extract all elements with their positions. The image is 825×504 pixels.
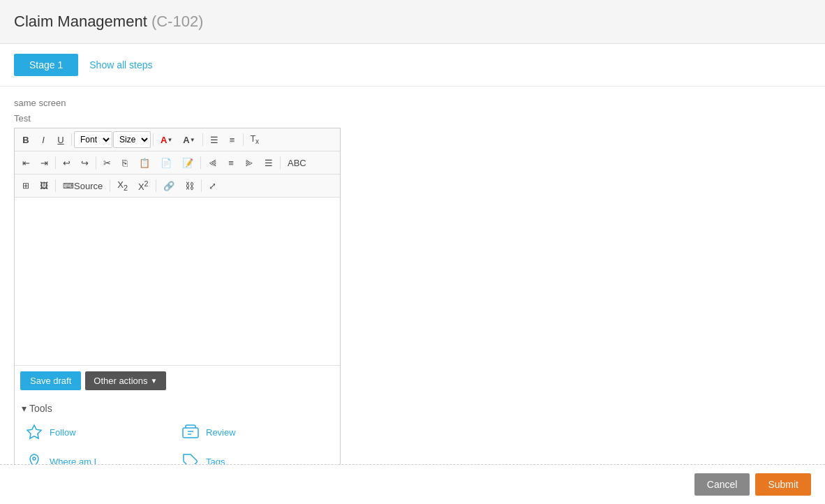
toolbar-row-2: ⇤ ⇥ ↩ ↪ ✂ ⎘ 📋 📄 📝 ⫷ ≡ ⫸ ☰ ABC xyxy=(15,151,340,175)
toolbar-row-3: ⊞ 🖼 ⌨ Source X2 X2 🔗 ⛓ ⤢ xyxy=(15,175,340,198)
sep3 xyxy=(202,133,203,146)
ordered-list-icon: ≡ xyxy=(230,135,235,145)
paste-word-icon: 📝 xyxy=(182,158,193,168)
subscript-icon: X2 xyxy=(117,179,128,192)
highlight-button[interactable]: A ▼ xyxy=(178,131,200,148)
show-steps-link[interactable]: Show all steps xyxy=(89,59,152,71)
copy-button[interactable]: ⎘ xyxy=(117,154,133,171)
unlink-button[interactable]: ⛓ xyxy=(180,177,199,194)
follow-label: Follow xyxy=(50,427,76,438)
source-button[interactable]: ⌨ Source xyxy=(58,177,107,194)
align-left-button[interactable]: ⫷ xyxy=(203,154,222,171)
page-title: Claim Management (C-102) xyxy=(14,13,811,31)
sep8 xyxy=(280,156,281,169)
editor-container: B I U Font Size A ▼ A ▼ ☰ xyxy=(14,128,341,504)
maximize-button[interactable]: ⤢ xyxy=(204,177,221,194)
review-icon xyxy=(181,422,200,442)
unordered-list-button[interactable]: ☰ xyxy=(205,131,223,148)
toolbar-row-1: B I U Font Size A ▼ A ▼ ☰ xyxy=(15,128,340,151)
sep9 xyxy=(55,179,56,192)
paste-text-icon: 📄 xyxy=(161,158,172,168)
source-label: Source xyxy=(74,181,103,191)
font-color-button[interactable]: A ▼ xyxy=(156,131,177,148)
stage-bar: Stage 1 Show all steps xyxy=(0,44,825,87)
tools-collapse-icon[interactable]: ▾ xyxy=(22,403,27,414)
undo-icon: ↩ xyxy=(63,158,70,168)
redo-button[interactable]: ↪ xyxy=(76,154,94,171)
bold-button[interactable]: B xyxy=(17,131,34,148)
paste-text-button[interactable]: 📄 xyxy=(156,154,177,171)
same-screen-label: same screen xyxy=(14,98,811,108)
save-draft-button[interactable]: Save draft xyxy=(20,371,81,390)
chevron-down-icon: ▼ xyxy=(167,137,172,143)
image-button[interactable]: 🖼 xyxy=(35,177,53,194)
sep10 xyxy=(110,179,110,192)
size-select[interactable]: Size xyxy=(113,131,151,148)
superscript-button[interactable]: X2 xyxy=(133,177,154,194)
image-icon: 🖼 xyxy=(40,181,48,191)
sep5 xyxy=(55,156,56,169)
source-icon: ⌨ xyxy=(63,181,74,191)
table-icon: ⊞ xyxy=(22,181,29,191)
paste-button[interactable]: 📋 xyxy=(134,154,155,171)
editor-body[interactable] xyxy=(15,198,340,365)
spellcheck-button[interactable]: ABC xyxy=(283,154,311,171)
tool-item-review[interactable]: Review xyxy=(181,422,330,442)
copy-icon: ⎘ xyxy=(122,158,128,168)
link-icon: 🔗 xyxy=(163,181,174,191)
outdent-button[interactable]: ⇤ xyxy=(17,154,35,171)
tools-heading: Tools xyxy=(29,403,52,414)
italic-button[interactable]: I xyxy=(35,131,52,148)
remove-format-button[interactable]: Tx xyxy=(246,131,264,148)
ordered-list-button[interactable]: ≡ xyxy=(224,131,241,148)
subscript-button[interactable]: X2 xyxy=(112,177,133,194)
undo-button[interactable]: ↩ xyxy=(58,154,75,171)
page-header: Claim Management (C-102) xyxy=(0,0,825,44)
other-actions-label: Other actions xyxy=(94,376,147,386)
sep11 xyxy=(156,179,156,192)
follow-icon xyxy=(24,422,44,442)
submit-button[interactable]: Submit xyxy=(755,473,811,496)
sep1 xyxy=(71,133,72,146)
redo-icon: ↪ xyxy=(81,158,89,168)
sep6 xyxy=(96,156,96,169)
action-bar: Save draft Other actions ▼ xyxy=(15,365,340,396)
svg-point-4 xyxy=(33,457,36,460)
sep12 xyxy=(201,179,202,192)
other-actions-chevron-icon: ▼ xyxy=(151,377,158,385)
sep2 xyxy=(153,133,154,146)
review-label: Review xyxy=(206,427,236,438)
align-center-icon: ≡ xyxy=(228,158,234,168)
align-right-icon: ⫸ xyxy=(245,158,254,168)
highlight-icon: A xyxy=(183,135,189,145)
unordered-list-icon: ☰ xyxy=(210,135,218,145)
align-justify-button[interactable]: ☰ xyxy=(260,154,278,171)
cut-icon: ✂ xyxy=(103,158,111,168)
underline-button[interactable]: U xyxy=(52,131,69,148)
stage-button[interactable]: Stage 1 xyxy=(14,54,78,76)
paste-icon: 📋 xyxy=(139,158,150,168)
cancel-button[interactable]: Cancel xyxy=(694,473,750,496)
table-button[interactable]: ⊞ xyxy=(17,177,34,194)
align-center-button[interactable]: ≡ xyxy=(223,154,239,171)
sep4 xyxy=(243,133,244,146)
align-right-button[interactable]: ⫸ xyxy=(240,154,259,171)
font-select[interactable]: Font xyxy=(74,131,112,148)
link-button[interactable]: 🔗 xyxy=(158,177,179,194)
chevron-down-icon2: ▼ xyxy=(190,137,195,143)
superscript-icon: X2 xyxy=(138,179,149,192)
tool-item-follow[interactable]: Follow xyxy=(24,422,174,442)
indent-button[interactable]: ⇥ xyxy=(36,154,53,171)
spellcheck-icon: ABC xyxy=(288,158,306,168)
unlink-icon: ⛓ xyxy=(185,181,194,191)
maximize-icon: ⤢ xyxy=(209,181,216,191)
title-text: Claim Management xyxy=(14,13,147,30)
paste-word-button[interactable]: 📝 xyxy=(177,154,198,171)
outdent-icon: ⇤ xyxy=(22,158,30,168)
cut-button[interactable]: ✂ xyxy=(98,154,116,171)
svg-rect-1 xyxy=(183,428,198,438)
other-actions-button[interactable]: Other actions ▼ xyxy=(85,371,165,390)
align-justify-icon: ☰ xyxy=(265,158,273,168)
field-label: Test xyxy=(14,113,31,124)
remove-format-icon: Tx xyxy=(251,134,259,145)
